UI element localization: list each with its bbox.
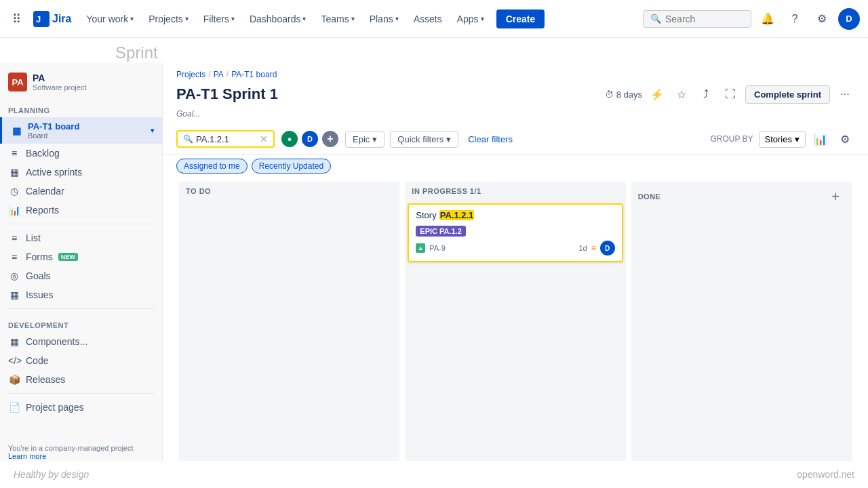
- todo-column-body: [179, 201, 399, 488]
- board-column-done-header: DONE +: [631, 182, 852, 211]
- search-input[interactable]: [665, 14, 740, 24]
- goals-icon: ◎: [8, 270, 20, 281]
- main-layout: PA PA Software project PLANNING ▦ PA-T1 …: [0, 63, 868, 488]
- sidebar-item-code[interactable]: </> Code: [0, 351, 162, 370]
- epic-filter-label: Epic: [353, 134, 370, 144]
- sidebar-active-sprints-label: Active sprints: [26, 167, 82, 178]
- complete-sprint-button[interactable]: Complete sprint: [745, 85, 830, 104]
- teams-menu[interactable]: Teams ▾: [314, 9, 361, 28]
- filter-tag-updated[interactable]: Recently Updated: [252, 159, 331, 174]
- projects-menu[interactable]: Projects ▾: [142, 9, 195, 28]
- sidebar-board-label: PA-T1 board: [28, 121, 79, 131]
- board-column-todo: TO DO: [179, 182, 399, 488]
- sprint-share-icon[interactable]: ⤴: [696, 85, 715, 104]
- plans-menu[interactable]: Plans ▾: [363, 9, 406, 28]
- settings-icon[interactable]: ⚙: [811, 8, 833, 30]
- sprint-lightning-icon[interactable]: ⚡: [648, 85, 667, 104]
- card-epic-badge: EPIC PA.1.2: [416, 226, 466, 237]
- card-title-prefix: Story: [416, 210, 436, 220]
- sidebar-item-releases[interactable]: 📦 Releases: [0, 370, 162, 389]
- epic-filter-chevron: ▾: [372, 134, 377, 144]
- jira-logo[interactable]: J Jira: [28, 11, 77, 27]
- sidebar-footer-link[interactable]: Learn more: [8, 452, 46, 460]
- sidebar-item-board[interactable]: ▦ PA-T1 board Board ▾: [0, 117, 162, 144]
- chart-view-icon[interactable]: 📊: [811, 129, 830, 148]
- help-icon[interactable]: ?: [784, 8, 806, 30]
- settings-view-icon[interactable]: ⚙: [835, 129, 854, 148]
- card-id: PA-9: [429, 244, 446, 252]
- board-area: TO DO IN PROGRESS 1/1 Story PA.1.2.1: [163, 176, 868, 488]
- sidebar-item-issues[interactable]: ▦ Issues: [0, 285, 162, 304]
- quick-filters-button[interactable]: Quick filters ▾: [390, 131, 458, 148]
- reports-icon: 📊: [8, 205, 20, 216]
- filter-avatar-blue[interactable]: D: [300, 129, 319, 148]
- board-column-inprogress-header: IN PROGRESS 1/1: [405, 182, 625, 201]
- card-title: Story PA.1.2.1: [416, 210, 614, 220]
- sidebar-item-list[interactable]: ≡ List: [0, 228, 162, 247]
- sprint-expand-icon[interactable]: ⛶: [721, 85, 740, 104]
- notifications-icon[interactable]: 🔔: [757, 8, 778, 30]
- sidebar-item-goals[interactable]: ◎ Goals: [0, 266, 162, 285]
- sidebar-item-calendar[interactable]: ◷ Calendar: [0, 182, 162, 201]
- done-column-body: [631, 211, 852, 488]
- card-avatar: D: [600, 241, 615, 256]
- sidebar-backlog-label: Backlog: [26, 148, 60, 159]
- topnav-items: Your work ▾ Projects ▾ Filters ▾ Dashboa…: [79, 9, 490, 28]
- epic-filter-button[interactable]: Epic ▾: [345, 131, 384, 148]
- sidebar-project-type: Software project: [33, 83, 86, 92]
- planning-label: PLANNING: [0, 98, 162, 117]
- filter-search-box[interactable]: 🔍 ✕: [176, 130, 275, 148]
- card-priority-icon: ≡: [591, 243, 596, 253]
- assets-menu[interactable]: Assets: [407, 9, 449, 28]
- your-work-menu[interactable]: Your work ▾: [79, 9, 140, 28]
- clear-filters-button[interactable]: Clear filters: [464, 131, 517, 147]
- sidebar-item-reports[interactable]: 📊 Reports: [0, 201, 162, 220]
- sidebar-components-label: Components...: [26, 336, 87, 347]
- apps-menu[interactable]: Apps ▾: [450, 9, 491, 28]
- inprogress-column-label: IN PROGRESS 1/1: [412, 187, 481, 195]
- filter-search-clear-icon[interactable]: ✕: [260, 134, 268, 144]
- sidebar-forms-label: Forms: [26, 251, 53, 262]
- sidebar-item-backlog[interactable]: ≡ Backlog: [0, 144, 162, 163]
- create-button[interactable]: Create: [496, 9, 545, 28]
- filter-tag-assigned[interactable]: Assigned to me: [176, 159, 248, 174]
- card-pa121[interactable]: Story PA.1.2.1 EPIC PA.1.2 ▲ PA-9 1d ≡ D: [408, 203, 623, 262]
- sidebar-board-sub: Board: [28, 131, 79, 140]
- board-chevron-icon: ▾: [151, 127, 154, 134]
- board-column-inprogress: IN PROGRESS 1/1 Story PA.1.2.1 EPIC PA.1…: [405, 182, 625, 488]
- filter-avatar-green[interactable]: ●: [280, 129, 299, 148]
- active-sprints-icon: ▦: [8, 167, 20, 178]
- list-icon: ≡: [8, 232, 20, 243]
- footer-left: Healthy by design: [14, 469, 89, 480]
- board-column-todo-header: TO DO: [179, 182, 399, 201]
- sidebar-reports-label: Reports: [26, 205, 59, 216]
- sprint-timer: ⏱ 8 days: [605, 89, 642, 100]
- card-footer: ▲ PA-9 1d ≡ D: [416, 241, 614, 256]
- grid-icon[interactable]: ⠿: [8, 7, 25, 30]
- search-box[interactable]: 🔍: [643, 10, 751, 28]
- breadcrumb-pa[interactable]: PA: [214, 70, 224, 79]
- user-avatar[interactable]: D: [838, 8, 860, 30]
- breadcrumb-projects[interactable]: Projects: [176, 70, 205, 79]
- filter-avatar-multi[interactable]: +: [321, 129, 340, 148]
- footer-right: openword.net: [797, 469, 854, 480]
- sprint-star-icon[interactable]: ☆: [672, 85, 691, 104]
- search-icon: 🔍: [650, 14, 661, 24]
- sprint-more-button[interactable]: ···: [835, 85, 854, 104]
- sidebar-project-name: PA: [33, 73, 86, 83]
- group-by-select[interactable]: Stories ▾: [759, 131, 806, 148]
- sidebar-item-components[interactable]: ▦ Components...: [0, 332, 162, 351]
- sidebar-project-header[interactable]: PA PA Software project: [0, 63, 162, 98]
- add-column-button[interactable]: +: [826, 187, 845, 206]
- filter-avatars: ● D +: [280, 129, 340, 148]
- breadcrumb-pa-t1-board[interactable]: PA-T1 board: [231, 70, 277, 79]
- board-icon: ▦: [10, 125, 22, 136]
- sidebar-item-active-sprints[interactable]: ▦ Active sprints: [0, 163, 162, 182]
- filters-menu[interactable]: Filters ▾: [197, 9, 241, 28]
- dashboards-menu[interactable]: Dashboards ▾: [243, 9, 313, 28]
- sidebar-divider-3: [8, 393, 154, 394]
- filter-search-input[interactable]: [196, 134, 257, 144]
- sidebar-item-project-pages[interactable]: 📄 Project pages: [0, 398, 162, 417]
- sidebar-item-forms[interactable]: ≡ Forms NEW: [0, 247, 162, 266]
- topnav-right: 🔍 🔔 ? ⚙ D: [643, 8, 860, 30]
